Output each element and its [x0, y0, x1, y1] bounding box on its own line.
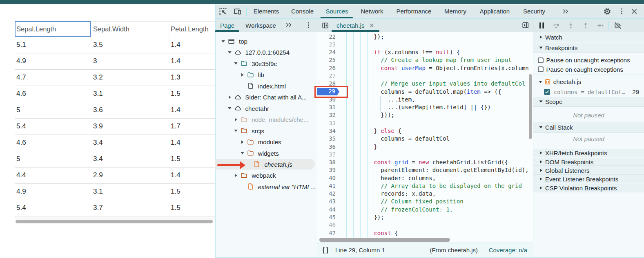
tree-item-node-modules-che-[interactable]: node_modules/che... — [215, 114, 317, 125]
main-tab-performance[interactable]: Performance — [397, 4, 432, 18]
tree-expanded-icon[interactable] — [227, 50, 232, 55]
tree-item-30e35f9c[interactable]: 30e35f9c — [215, 58, 317, 69]
section-expanded-icon[interactable] — [539, 46, 543, 50]
section-collapsed-icon[interactable] — [539, 151, 543, 155]
line-number[interactable]: 22 — [317, 33, 336, 41]
sidebar-section-xhr[interactable]: XHR/fetch Breakpoints — [533, 149, 644, 157]
tree-item-srcjs[interactable]: srcjs — [215, 125, 317, 137]
inspect-icon[interactable] — [219, 7, 227, 15]
settings-gear-icon[interactable] — [603, 7, 611, 15]
sidebar-section-scope[interactable]: Scope — [533, 97, 644, 107]
tree-expanded-icon[interactable] — [221, 39, 225, 44]
group-expanded-icon[interactable] — [538, 79, 543, 84]
line-number[interactable]: 36 — [317, 143, 336, 151]
pause-icon[interactable] — [538, 22, 546, 29]
section-collapsed-icon[interactable] — [539, 159, 543, 164]
kebab-menu-icon[interactable] — [618, 7, 626, 15]
section-collapsed-icon[interactable] — [539, 168, 543, 172]
sidebar-section-global[interactable]: Global Listeners — [533, 166, 644, 174]
main-tab-security[interactable]: Security — [523, 4, 545, 18]
chevron-double-right-icon[interactable] — [285, 21, 292, 29]
curly-braces-icon[interactable] — [321, 246, 330, 254]
tree-collapsed-icon[interactable] — [240, 140, 245, 144]
chevron-double-right-icon[interactable] — [562, 8, 569, 15]
tree-collapsed-icon[interactable] — [240, 73, 245, 77]
close-icon[interactable] — [631, 8, 638, 15]
table-column-header[interactable]: Petal.Length — [171, 21, 209, 37]
line-number[interactable]: 40 — [317, 174, 336, 182]
toggle-debugger-sidebar-icon[interactable] — [522, 22, 529, 29]
main-tab-application[interactable]: Application — [480, 4, 510, 18]
line-number[interactable]: 26 — [317, 64, 336, 72]
line-number[interactable]: 39 — [317, 166, 336, 174]
table-column-header[interactable]: Sepal.Width — [93, 21, 129, 37]
section-collapsed-icon[interactable] — [539, 186, 543, 190]
tab-close-icon[interactable] — [369, 23, 374, 28]
line-number[interactable]: 37 — [317, 151, 336, 159]
sidebar-section-dom[interactable]: DOM Breakpoints — [533, 158, 644, 166]
tree-item-lib[interactable]: lib — [215, 69, 317, 80]
editor-vertical-scrollbar[interactable] — [529, 74, 532, 139]
line-number[interactable]: 24 — [317, 49, 336, 56]
tree-expanded-icon[interactable] — [234, 128, 238, 133]
coverage-link[interactable]: Coverage: n/a — [489, 243, 527, 258]
line-number[interactable]: 45 — [317, 214, 336, 221]
kebab-menu-icon[interactable] — [305, 21, 312, 29]
tree-expanded-icon[interactable] — [227, 106, 232, 110]
tree-item-modules[interactable]: modules — [215, 136, 317, 148]
tree-item-webpack[interactable]: webpack — [215, 170, 317, 181]
line-number[interactable]: 31 — [317, 104, 336, 111]
from-file-link[interactable]: cheetah.js — [448, 247, 476, 254]
line-number[interactable]: 41 — [317, 182, 336, 190]
sidebar-section-breakpoints[interactable]: Breakpoints — [533, 43, 644, 53]
step-out-icon[interactable] — [582, 22, 589, 29]
sidebar-section-event[interactable]: Event Listener Breakpoints — [533, 175, 644, 183]
tree-item-external-var-html-[interactable]: external var "HTML... — [215, 181, 317, 192]
line-number[interactable]: 33 — [317, 119, 336, 127]
deactivate-breakpoints-icon[interactable] — [614, 22, 622, 29]
tree-item-top[interactable]: top — [215, 35, 317, 47]
step-over-icon[interactable] — [552, 22, 560, 29]
section-collapsed-icon[interactable] — [539, 177, 543, 181]
tree-item-sider-chat-with-all-a-[interactable]: Sider: Chat with all A... — [215, 91, 317, 103]
section-expanded-icon[interactable] — [539, 99, 543, 104]
sidebar-section-watch[interactable]: Watch — [533, 32, 644, 42]
pause-uncaught-checkbox[interactable] — [538, 57, 544, 63]
toggle-navigator-icon[interactable] — [322, 22, 329, 29]
tree-item-index-html[interactable]: index.html — [215, 80, 317, 92]
main-tab-elements[interactable]: Elements — [254, 4, 279, 18]
line-number[interactable]: 34 — [317, 127, 336, 135]
line-number[interactable]: 35 — [317, 135, 336, 143]
main-tab-memory[interactable]: Memory — [444, 4, 466, 18]
navigator-tab-workspace[interactable]: Workspace — [245, 19, 276, 32]
line-number[interactable]: 46 — [317, 221, 336, 229]
editor-horizontal-scrollbar[interactable] — [319, 238, 450, 242]
code-editor[interactable]: 22 });2324 if (x.columns !== null) {25 /… — [317, 32, 533, 238]
tree-collapsed-icon[interactable] — [234, 173, 238, 178]
line-number[interactable]: 43 — [317, 198, 336, 205]
line-number[interactable]: 27 — [317, 72, 336, 80]
tree-expanded-icon[interactable] — [234, 61, 238, 66]
line-number[interactable]: 47 — [317, 229, 336, 237]
tree-item-127-0-0-1-60254[interactable]: 127.0.0.1:60254 — [215, 46, 317, 58]
tree-item-widgets[interactable]: widgets — [215, 148, 317, 159]
tree-expanded-icon[interactable] — [240, 151, 245, 155]
pause-caught-checkbox[interactable] — [538, 66, 544, 72]
line-number[interactable]: 44 — [317, 206, 336, 214]
section-expanded-icon[interactable] — [539, 125, 543, 130]
section-collapsed-icon[interactable] — [539, 35, 543, 39]
breakpoint-checkbox[interactable] — [544, 89, 550, 95]
line-number[interactable]: 23 — [317, 41, 336, 49]
main-tab-console[interactable]: Console — [291, 4, 314, 18]
page-horizontal-scrollbar[interactable] — [16, 220, 213, 223]
device-toolbar-icon[interactable] — [233, 7, 241, 15]
tree-collapsed-icon[interactable] — [234, 117, 238, 122]
main-tab-network[interactable]: Network — [361, 4, 383, 18]
tree-item-cheetahr[interactable]: cheetahr — [215, 103, 317, 114]
line-number[interactable]: 25 — [317, 56, 336, 64]
line-number[interactable]: 42 — [317, 190, 336, 198]
step-into-icon[interactable] — [567, 22, 575, 29]
step-icon[interactable] — [596, 22, 604, 29]
line-number[interactable]: 38 — [317, 159, 336, 166]
main-tab-sources[interactable]: Sources — [325, 4, 348, 18]
